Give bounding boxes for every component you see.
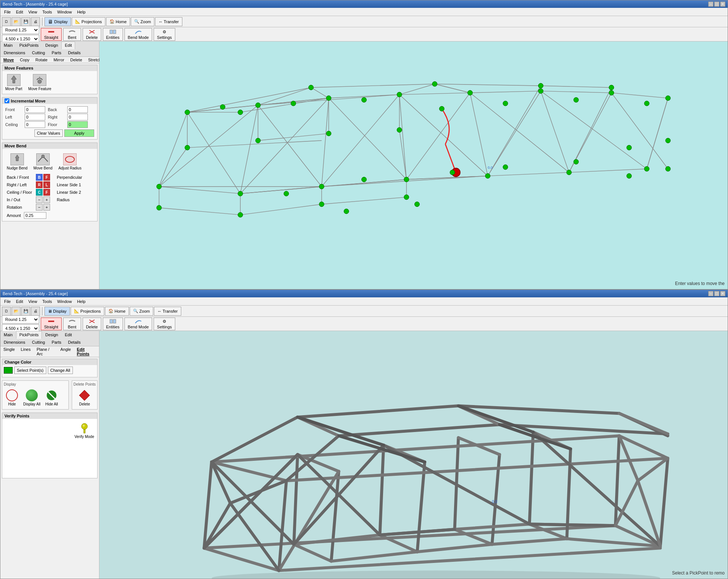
- transfer-btn-1[interactable]: ↔ Transfer: [155, 17, 182, 26]
- print-icon[interactable]: 🖨: [31, 17, 40, 26]
- rotation-minus[interactable]: −: [36, 204, 43, 211]
- viewport-1[interactable]: 0,0 Enter values to move the: [99, 42, 728, 289]
- apply-btn[interactable]: Apply: [64, 129, 94, 137]
- menu-edit-2[interactable]: Edit: [14, 298, 25, 304]
- delete-btn-1[interactable]: Delete: [83, 28, 101, 41]
- clear-values-btn[interactable]: Clear Values: [34, 129, 63, 137]
- back-front-f[interactable]: F: [43, 174, 50, 181]
- restore-btn-1[interactable]: □: [714, 1, 719, 7]
- right-left-r[interactable]: R: [36, 181, 43, 188]
- subtab-mirror-1[interactable]: Mirror: [50, 57, 67, 63]
- save-icon[interactable]: 💾: [21, 17, 30, 26]
- ceiling-input[interactable]: [25, 121, 45, 128]
- new-icon-2[interactable]: 🗋: [2, 307, 11, 316]
- settings-btn-2[interactable]: ⚙ Settings: [154, 318, 175, 330]
- display-btn-2[interactable]: 🖥 Display: [44, 307, 70, 316]
- menu-tools-1[interactable]: Tools: [40, 9, 54, 15]
- amount-input[interactable]: [24, 212, 46, 219]
- menu-help-2[interactable]: Help: [75, 298, 88, 304]
- subtab-copy-1[interactable]: Copy: [17, 57, 33, 63]
- tab-dimensions-1[interactable]: Dimensions: [0, 49, 28, 56]
- zoom-btn-1[interactable]: 🔍 Zoom: [131, 17, 154, 26]
- tab-design-1[interactable]: Design: [42, 42, 61, 49]
- display-btn-1[interactable]: 🖥 Display: [44, 17, 71, 26]
- adjust-radius-btn[interactable]: Adjust Radius: [57, 152, 83, 172]
- home-btn-2[interactable]: 🏠 Home: [105, 307, 129, 316]
- subtab-edit-points-2[interactable]: Edit Points: [74, 346, 99, 357]
- home-btn-1[interactable]: 🏠 Home: [106, 17, 130, 26]
- bend-mode-btn-2[interactable]: Bend Mode: [124, 318, 152, 330]
- zoom-btn-2[interactable]: 🔍 Zoom: [130, 307, 153, 316]
- menu-file-2[interactable]: File: [2, 298, 13, 304]
- close-btn-2[interactable]: ✕: [720, 291, 725, 296]
- menu-help-1[interactable]: Help: [75, 9, 88, 15]
- viewport-2[interactable]: 0,0 Select a PickPoint to remo: [99, 331, 728, 579]
- tab-details-1[interactable]: Details: [65, 49, 84, 56]
- projections-btn-1[interactable]: 📐 Projections: [72, 17, 105, 26]
- menu-edit-1[interactable]: Edit: [14, 9, 25, 15]
- settings-btn-1[interactable]: ⚙ Settings: [154, 28, 175, 41]
- menu-window-2[interactable]: Window: [55, 298, 74, 304]
- back-input[interactable]: [67, 106, 88, 113]
- straight-btn-1[interactable]: Straight: [41, 28, 62, 41]
- new-icon[interactable]: 🗋: [2, 17, 11, 26]
- select-points-btn[interactable]: Select Point(s): [14, 367, 46, 374]
- entities-btn-2[interactable]: Entities: [103, 318, 123, 330]
- ceiling-floor-f[interactable]: F: [43, 189, 50, 196]
- delete-points-btn[interactable]: Delete: [74, 388, 96, 408]
- subtab-lines-2[interactable]: Lines: [18, 346, 34, 357]
- change-all-btn[interactable]: Change All: [48, 367, 73, 374]
- move-bend-btn-icon[interactable]: Move Bend: [32, 152, 54, 172]
- rotation-plus[interactable]: +: [43, 204, 50, 211]
- floor-input[interactable]: [67, 121, 88, 128]
- in-out-minus[interactable]: −: [36, 196, 43, 203]
- tube-profile-select-1[interactable]: Round 1.25: [2, 26, 39, 34]
- menu-tools-2[interactable]: Tools: [40, 298, 54, 304]
- bent-btn-2[interactable]: Bent: [63, 318, 81, 330]
- tab-main-1[interactable]: Main: [0, 42, 16, 49]
- menu-window-1[interactable]: Window: [55, 9, 74, 15]
- minimize-btn-2[interactable]: −: [708, 291, 713, 296]
- right-input[interactable]: [67, 114, 88, 120]
- incremental-move-checkbox[interactable]: [4, 98, 9, 103]
- save-icon-2[interactable]: 💾: [21, 307, 30, 316]
- tab-design-2[interactable]: Design: [42, 331, 61, 338]
- entities-btn-1[interactable]: Entities: [103, 28, 123, 41]
- subtab-single-2[interactable]: Single: [0, 346, 18, 357]
- straight-btn-2[interactable]: Straight: [41, 318, 62, 330]
- delete-btn-2[interactable]: Delete: [83, 318, 101, 330]
- open-icon-2[interactable]: 📂: [12, 307, 21, 316]
- subtab-delete-1[interactable]: Delete: [67, 57, 85, 63]
- left-input[interactable]: [25, 114, 45, 120]
- color-swatch[interactable]: [4, 367, 13, 374]
- bent-btn-1[interactable]: Bent: [63, 28, 81, 41]
- move-part-btn[interactable]: Move Part: [4, 73, 24, 92]
- tab-dimensions-2[interactable]: Dimensions: [0, 338, 28, 346]
- subtab-move-1[interactable]: Move: [0, 57, 17, 63]
- front-input[interactable]: [25, 106, 45, 113]
- hide-btn[interactable]: Hide: [4, 388, 20, 408]
- tab-pickpoints-2[interactable]: PickPoints: [16, 331, 42, 339]
- ceiling-floor-c[interactable]: C: [36, 189, 43, 196]
- tab-cutting-2[interactable]: Cutting: [28, 338, 48, 346]
- subtab-plane-arc-2[interactable]: Plane / Arc: [34, 346, 58, 357]
- display-all-btn[interactable]: Display All: [22, 388, 42, 408]
- menu-view-2[interactable]: View: [26, 298, 40, 304]
- transfer-btn-2[interactable]: ↔ Transfer: [154, 307, 181, 316]
- minimize-btn-1[interactable]: −: [708, 1, 713, 7]
- tab-parts-1[interactable]: Parts: [48, 49, 65, 56]
- hide-all-btn[interactable]: Hide All: [43, 388, 60, 408]
- nudge-bend-btn[interactable]: Nudge Bend: [5, 152, 29, 172]
- tab-details-2[interactable]: Details: [65, 338, 84, 346]
- tube-profile-select-2[interactable]: Round 1.25: [2, 315, 39, 324]
- restore-btn-2[interactable]: □: [714, 291, 719, 296]
- menu-file-1[interactable]: File: [2, 9, 13, 15]
- bend-mode-btn-1[interactable]: Bend Mode: [124, 28, 152, 41]
- right-left-l[interactable]: L: [43, 181, 50, 188]
- tab-parts-2[interactable]: Parts: [48, 338, 65, 346]
- tab-main-2[interactable]: Main: [0, 331, 16, 338]
- subtab-rotate-1[interactable]: Rotate: [33, 57, 50, 63]
- in-out-plus[interactable]: +: [43, 196, 50, 203]
- close-btn-1[interactable]: ✕: [720, 1, 725, 7]
- move-feature-btn[interactable]: Move Feature: [27, 73, 53, 92]
